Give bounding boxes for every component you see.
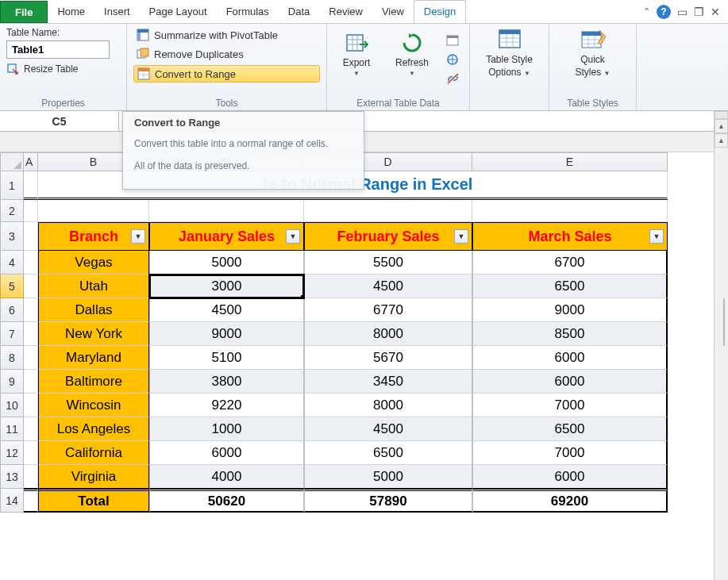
cell-C6[interactable]: 4500: [149, 298, 304, 322]
cell-D5[interactable]: 4500: [304, 275, 472, 298]
table-style-options-button[interactable]: Table Style Options ▼: [476, 27, 542, 78]
table-header-january[interactable]: January Sales ▼: [149, 222, 304, 251]
convert-to-range-button[interactable]: Convert to Range: [133, 65, 320, 83]
refresh-button[interactable]: Refresh ▼: [389, 30, 435, 77]
cell-E5[interactable]: 6500: [472, 275, 668, 298]
cell-D9[interactable]: 3450: [304, 370, 472, 394]
ribbon-collapse-icon[interactable]: ⌃: [643, 6, 650, 17]
cell-C8[interactable]: 5100: [149, 346, 304, 370]
row-header-7[interactable]: 7: [0, 322, 24, 346]
cell-E13[interactable]: 6000: [472, 465, 668, 489]
cell-C7[interactable]: 9000: [149, 322, 304, 346]
scroll-up-icon-2[interactable]: ▲: [715, 133, 728, 148]
cell-A13[interactable]: [24, 465, 38, 489]
cell-A5[interactable]: [24, 275, 38, 298]
cell-E10[interactable]: 7000: [472, 394, 668, 417]
remove-duplicates-button[interactable]: Remove Duplicates: [133, 46, 320, 62]
cell-branch-11[interactable]: Los Angeles: [38, 417, 149, 441]
cell-A4[interactable]: [24, 251, 38, 275]
file-tab[interactable]: File: [0, 1, 48, 23]
cell-D10[interactable]: 8000: [304, 394, 472, 417]
tab-formulas[interactable]: Formulas: [217, 0, 279, 23]
cell-branch-5[interactable]: Utah: [38, 275, 149, 298]
cell-C13[interactable]: 4000: [149, 465, 304, 489]
table-name-input[interactable]: [6, 40, 110, 59]
cell-A7[interactable]: [24, 322, 38, 346]
properties-small-button[interactable]: [445, 33, 462, 48]
cell-D2[interactable]: [304, 200, 472, 222]
cell-C10[interactable]: 9220: [149, 394, 304, 417]
cell-E6[interactable]: 9000: [472, 298, 668, 322]
cell-E7[interactable]: 8500: [472, 322, 668, 346]
cell-D12[interactable]: 6500: [304, 441, 472, 465]
filter-button-january[interactable]: ▼: [286, 229, 300, 244]
tab-review[interactable]: Review: [319, 0, 372, 23]
cell-E8[interactable]: 6000: [472, 346, 668, 370]
cell-C12[interactable]: 6000: [149, 441, 304, 465]
cell-E9[interactable]: 6000: [472, 370, 668, 394]
cell-A1[interactable]: [24, 171, 38, 200]
col-header-E[interactable]: E: [472, 152, 668, 171]
col-header-A[interactable]: A: [24, 152, 38, 171]
row-header-14[interactable]: 14: [0, 489, 24, 513]
cell-C14[interactable]: 50620: [149, 489, 304, 513]
tab-data[interactable]: Data: [279, 0, 319, 23]
table-header-branch[interactable]: Branch ▼: [38, 222, 149, 251]
cell-E11[interactable]: 6500: [472, 417, 668, 441]
filter-button-february[interactable]: ▼: [454, 229, 468, 244]
row-header-3[interactable]: 3: [0, 222, 24, 251]
minimize-icon[interactable]: ▭: [677, 6, 688, 18]
cell-branch-10[interactable]: Wincosin: [38, 394, 149, 417]
row-header-11[interactable]: 11: [0, 417, 24, 441]
row-header-8[interactable]: 8: [0, 346, 24, 370]
table-header-march[interactable]: March Sales ▼: [472, 222, 668, 251]
cell-E14[interactable]: 69200: [472, 489, 668, 513]
cell-C9[interactable]: 3800: [149, 370, 304, 394]
tab-view[interactable]: View: [372, 0, 414, 23]
row-header-12[interactable]: 12: [0, 441, 24, 465]
cell-branch-12[interactable]: California: [38, 441, 149, 465]
scroll-up-icon[interactable]: ▲: [715, 119, 728, 133]
cell-A6[interactable]: [24, 298, 38, 322]
scroll-thumb[interactable]: [723, 298, 725, 346]
table-header-february[interactable]: February Sales ▼: [304, 222, 472, 251]
filter-button-march[interactable]: ▼: [649, 229, 664, 244]
tab-page-layout[interactable]: Page Layout: [140, 0, 217, 23]
row-header-4[interactable]: 4: [0, 251, 24, 275]
cell-C2[interactable]: [149, 200, 304, 222]
restore-icon[interactable]: ❐: [694, 6, 704, 18]
cell-D4[interactable]: 5500: [304, 251, 472, 275]
cell-D6[interactable]: 6770: [304, 298, 472, 322]
cell-branch-9[interactable]: Baltimore: [38, 370, 149, 394]
select-all-corner[interactable]: [0, 152, 24, 171]
cell-A12[interactable]: [24, 441, 38, 465]
cell-E2[interactable]: [472, 200, 668, 222]
cell-total-label[interactable]: Total: [38, 489, 149, 513]
tab-home[interactable]: Home: [48, 0, 94, 23]
cell-A3[interactable]: [24, 222, 38, 251]
cell-branch-4[interactable]: Vegas: [38, 251, 149, 275]
export-button[interactable]: Export ▼: [333, 30, 379, 77]
cell-branch-6[interactable]: Dallas: [38, 298, 149, 322]
cell-D7[interactable]: 8000: [304, 322, 472, 346]
row-header-9[interactable]: 9: [0, 370, 24, 394]
cell-E12[interactable]: 7000: [472, 441, 668, 465]
open-browser-small-button[interactable]: [445, 52, 462, 67]
vertical-scrollbar[interactable]: ▲ ▲: [714, 111, 728, 580]
cell-A9[interactable]: [24, 370, 38, 394]
name-box[interactable]: C5: [0, 111, 119, 131]
tab-insert[interactable]: Insert: [94, 0, 140, 23]
unlink-small-button[interactable]: [445, 71, 462, 86]
cell-E4[interactable]: 6700: [472, 251, 668, 275]
split-handle-top[interactable]: [715, 111, 728, 119]
cell-D14[interactable]: 57890: [304, 489, 472, 513]
cell-A8[interactable]: [24, 346, 38, 370]
cell-branch-8[interactable]: Maryland: [38, 346, 149, 370]
cell-A11[interactable]: [24, 417, 38, 441]
row-header-13[interactable]: 13: [0, 465, 24, 489]
cell-A14[interactable]: [24, 489, 38, 513]
tab-design[interactable]: Design: [414, 0, 466, 23]
row-header-1[interactable]: 1: [0, 171, 24, 200]
resize-table-button[interactable]: Resize Table: [6, 63, 120, 75]
cell-C11[interactable]: 1000: [149, 417, 304, 441]
